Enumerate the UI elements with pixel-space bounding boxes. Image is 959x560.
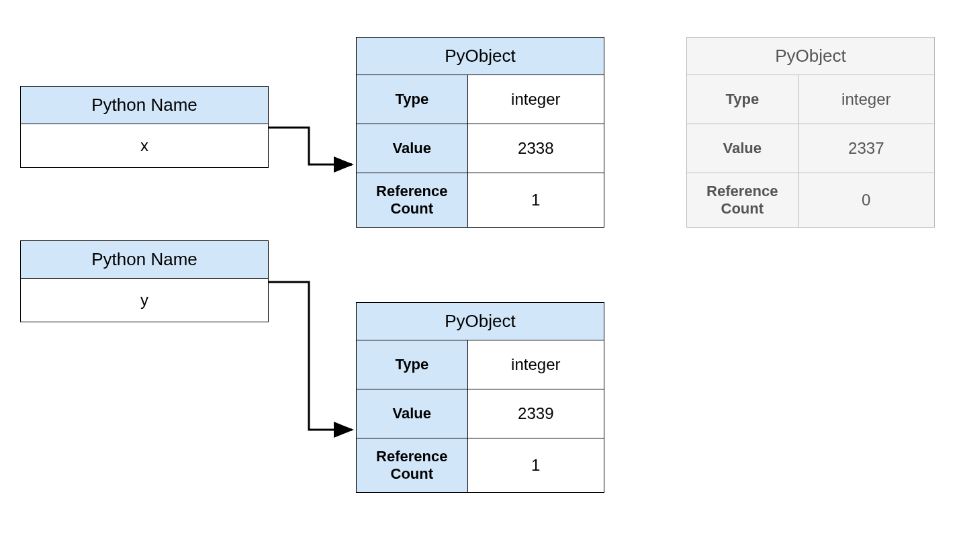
pyobject-value-type-2: integer xyxy=(468,340,604,389)
pyobject-row-value-1: Value 2338 xyxy=(357,124,604,173)
name-value-y: y xyxy=(21,279,268,322)
pyobject-label-value-1: Value xyxy=(357,124,468,173)
arrow-x-to-obj1 xyxy=(269,128,352,165)
pyobject-value-value-3: 2337 xyxy=(798,124,934,173)
pyobject-header-1: PyObject xyxy=(357,38,604,75)
pyobject-row-refcount-1: Reference Count 1 xyxy=(357,173,604,227)
pyobject-label-type-2: Type xyxy=(357,340,468,389)
pyobject-value-type-3: integer xyxy=(798,75,934,124)
pyobject-row-type-1: Type integer xyxy=(357,75,604,124)
pyobject-row-value-3: Value 2337 xyxy=(687,124,934,173)
pyobject-label-refcount-2: Reference Count xyxy=(357,438,468,492)
pyobject-label-type-1: Type xyxy=(357,75,468,124)
pyobject-header-3: PyObject xyxy=(687,38,934,75)
pyobject-label-type-3: Type xyxy=(687,75,798,124)
arrow-y-to-obj2 xyxy=(269,282,352,430)
pyobject-row-type-3: Type integer xyxy=(687,75,934,124)
pyobject-label-value-2: Value xyxy=(357,389,468,438)
pyobject-value-refcount-2: 1 xyxy=(468,438,604,492)
name-box-y: Python Name y xyxy=(20,240,269,322)
pyobject-label-refcount-1: Reference Count xyxy=(357,173,468,227)
pyobject-label-refcount-3: Reference Count xyxy=(687,173,798,227)
pyobject-value-refcount-3: 0 xyxy=(798,173,934,227)
pyobject-box-3: PyObject Type integer Value 2337 Referen… xyxy=(686,37,935,228)
pyobject-value-value-2: 2339 xyxy=(468,389,604,438)
name-header-y: Python Name xyxy=(21,241,268,279)
pyobject-box-2: PyObject Type integer Value 2339 Referen… xyxy=(356,302,604,493)
pyobject-row-refcount-2: Reference Count 1 xyxy=(357,438,604,492)
pyobject-value-type-1: integer xyxy=(468,75,604,124)
name-header-x: Python Name xyxy=(21,87,268,124)
pyobject-row-value-2: Value 2339 xyxy=(357,389,604,438)
pyobject-header-2: PyObject xyxy=(357,303,604,340)
pyobject-row-type-2: Type integer xyxy=(357,340,604,389)
pyobject-label-value-3: Value xyxy=(687,124,798,173)
pyobject-value-value-1: 2338 xyxy=(468,124,604,173)
name-value-x: x xyxy=(21,124,268,167)
pyobject-value-refcount-1: 1 xyxy=(468,173,604,227)
name-box-x: Python Name x xyxy=(20,86,269,168)
pyobject-box-1: PyObject Type integer Value 2338 Referen… xyxy=(356,37,604,228)
pyobject-row-refcount-3: Reference Count 0 xyxy=(687,173,934,227)
diagram-container: Python Name x Python Name y PyObject Typ… xyxy=(0,0,959,560)
